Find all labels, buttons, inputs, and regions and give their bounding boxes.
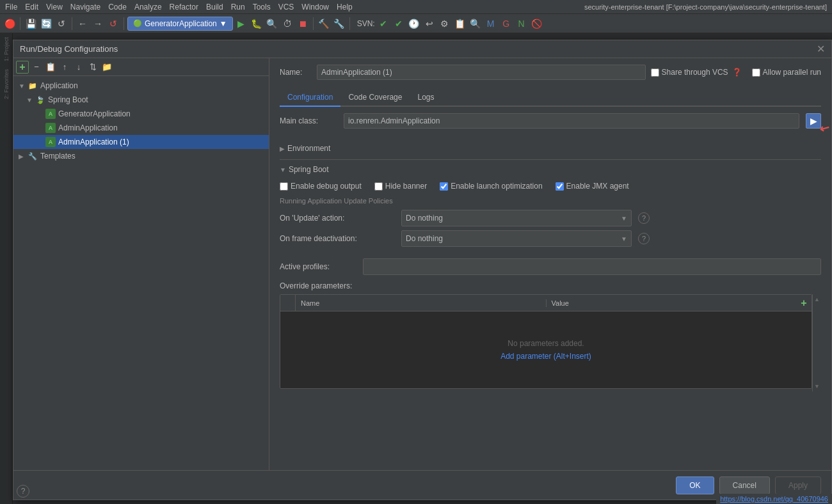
allow-parallel-label[interactable]: Allow parallel run xyxy=(752,68,821,77)
debug-btn[interactable]: 🐛 xyxy=(250,17,264,31)
frame-deactivation-label: On frame deactivation: xyxy=(280,234,395,243)
allow-parallel-checkbox[interactable] xyxy=(752,68,760,77)
update-action-value: Do nothing xyxy=(406,214,443,223)
plugin-btn3[interactable]: N xyxy=(515,17,529,31)
params-add-btn[interactable]: + xyxy=(796,297,812,309)
tree-admin-app-copy[interactable]: ▶ A AdminApplication (1) xyxy=(13,135,269,149)
menu-bar: File Edit View Navigate Code Analyze Ref… xyxy=(0,0,832,14)
main-class-label: Main class: xyxy=(280,116,337,125)
hide-banner-checkbox[interactable] xyxy=(374,182,383,191)
run-config-dropdown[interactable]: 🟢 GeneratorApplication ▼ xyxy=(127,17,233,31)
generator-app-icon: A xyxy=(45,109,56,119)
main-class-input[interactable] xyxy=(344,113,799,129)
active-profiles-label: Active profiles: xyxy=(280,262,356,271)
move-down-btn[interactable]: ↓ xyxy=(72,61,85,74)
menu-help[interactable]: Help xyxy=(337,3,353,12)
menu-analyze[interactable]: Analyze xyxy=(134,3,162,12)
svn-revert-btn[interactable]: ↩ xyxy=(422,17,436,31)
params-table: Name Value + No parameters added. Add pa… xyxy=(280,294,812,389)
menu-navigate[interactable]: Navigate xyxy=(70,3,100,12)
plugin-btn2[interactable]: G xyxy=(499,17,513,31)
enable-jmx-label[interactable]: Enable JMX agent xyxy=(556,182,629,191)
back-btn[interactable]: ← xyxy=(76,17,90,31)
build-btn[interactable]: 🔨 xyxy=(317,17,331,31)
menu-file[interactable]: File xyxy=(5,3,17,12)
stop-btn[interactable]: ⏹ xyxy=(296,17,310,31)
move-up-btn[interactable]: ↑ xyxy=(58,61,71,74)
frame-deactivation-select[interactable]: Do nothing ▼ xyxy=(401,230,632,247)
tree-application[interactable]: ▼ 📁 Application xyxy=(13,79,269,93)
add-config-btn[interactable]: + xyxy=(16,61,29,74)
svn-patch-btn[interactable]: 📋 xyxy=(453,17,467,31)
tree-admin-app[interactable]: ▶ A AdminApplication xyxy=(13,121,269,135)
synchronize-btn[interactable]: 🔄 xyxy=(39,17,53,31)
share-vcs-label[interactable]: Share through VCS ❓ xyxy=(651,68,742,77)
svn-search-btn[interactable]: 🔍 xyxy=(468,17,483,31)
tree-generator-app[interactable]: ▶ A GeneratorApplication xyxy=(13,107,269,121)
svn-ok-btn[interactable]: ✔ xyxy=(392,17,406,31)
params-table-header: Name Value + xyxy=(280,295,812,311)
main-class-btn[interactable]: ▶ ↙ xyxy=(806,113,821,129)
tools-btn[interactable]: 🔧 xyxy=(332,17,346,31)
share-vcs-checkbox[interactable] xyxy=(651,68,659,77)
environment-header[interactable]: ▶ Environment xyxy=(280,141,821,155)
tree-admin-copy-label: AdminApplication (1) xyxy=(58,138,129,146)
tree-templates[interactable]: ▶ 🔧 Templates xyxy=(13,149,269,163)
tab-code-coverage[interactable]: Code Coverage xyxy=(340,89,410,107)
active-profiles-input[interactable] xyxy=(363,258,821,275)
menu-refactor[interactable]: Refactor xyxy=(170,3,198,12)
folder-btn[interactable]: 📁 xyxy=(100,61,113,74)
share-vcs-help-icon[interactable]: ❓ xyxy=(732,68,742,77)
menu-code[interactable]: Code xyxy=(108,3,127,12)
menu-run[interactable]: Run xyxy=(231,3,245,12)
scrollbar-down-btn[interactable]: ▼ xyxy=(813,382,821,390)
forward-btn[interactable]: → xyxy=(91,17,105,31)
menu-tools[interactable]: Tools xyxy=(253,3,271,12)
enable-debug-label[interactable]: Enable debug output xyxy=(280,182,362,191)
url-bar[interactable]: https://blog.csdn.net/qq_40670946 xyxy=(716,494,832,504)
params-handle-col xyxy=(280,295,296,311)
refresh-btn[interactable]: ↺ xyxy=(54,17,68,31)
menu-view[interactable]: View xyxy=(46,3,63,12)
apply-button[interactable]: Apply xyxy=(775,476,821,494)
menu-vcs[interactable]: VCS xyxy=(278,3,294,12)
profile-btn[interactable]: ⏱ xyxy=(280,17,294,31)
svn-settings-btn[interactable]: ⚙ xyxy=(438,17,452,31)
svn-history-btn[interactable]: 🕐 xyxy=(407,17,421,31)
copy-config-btn[interactable]: 📋 xyxy=(44,61,57,74)
toolbar-intellij-icon[interactable]: 🔴 xyxy=(3,17,17,31)
svn-check-btn[interactable]: ✔ xyxy=(376,17,390,31)
help-button[interactable]: ? xyxy=(17,485,29,498)
enable-launch-checkbox[interactable] xyxy=(440,182,448,191)
tab-logs[interactable]: Logs xyxy=(410,89,442,107)
params-add-link[interactable]: Add parameter (Alt+Insert) xyxy=(500,352,591,361)
menu-edit[interactable]: Edit xyxy=(25,3,38,12)
tree-spring-boot[interactable]: ▼ 🍃 Spring Boot xyxy=(13,93,269,107)
enable-debug-checkbox[interactable] xyxy=(280,182,288,191)
run-coverage-btn[interactable]: 🔍 xyxy=(265,17,279,31)
dialog-close-btn[interactable]: ✕ xyxy=(817,44,825,54)
remove-config-btn[interactable]: − xyxy=(30,61,43,74)
enable-launch-label[interactable]: Enable launch optimization xyxy=(440,182,542,191)
save-btn[interactable]: 💾 xyxy=(24,17,38,31)
frame-deactivation-help-icon[interactable]: ? xyxy=(638,233,650,244)
menu-window[interactable]: Window xyxy=(301,3,329,12)
update-action-help-icon[interactable]: ? xyxy=(638,212,650,224)
enable-jmx-checkbox[interactable] xyxy=(556,182,564,191)
sort-btn[interactable]: ⇅ xyxy=(86,61,99,74)
update-action-select[interactable]: Do nothing ▼ xyxy=(401,210,632,226)
scrollbar-up-btn[interactable]: ▲ xyxy=(813,295,821,303)
run-btn[interactable]: ▶ xyxy=(234,17,248,31)
spring-boot-header[interactable]: ▼ Spring Boot xyxy=(280,159,821,177)
plugin-btn1[interactable]: M xyxy=(484,17,498,31)
hide-banner-label[interactable]: Hide banner xyxy=(374,182,427,191)
plugin-btn4[interactable]: 🚫 xyxy=(530,17,544,31)
menu-build[interactable]: Build xyxy=(206,3,223,12)
name-field[interactable] xyxy=(317,65,646,80)
ok-button[interactable]: OK xyxy=(676,476,714,494)
cancel-button[interactable]: Cancel xyxy=(719,476,770,494)
tab-configuration[interactable]: Configuration xyxy=(280,89,340,107)
run-config-label: GeneratorApplication xyxy=(145,19,217,28)
spring-boot-checkboxes: Enable debug output Hide banner Enable l… xyxy=(280,182,821,191)
revert-btn[interactable]: ↺ xyxy=(106,17,120,31)
